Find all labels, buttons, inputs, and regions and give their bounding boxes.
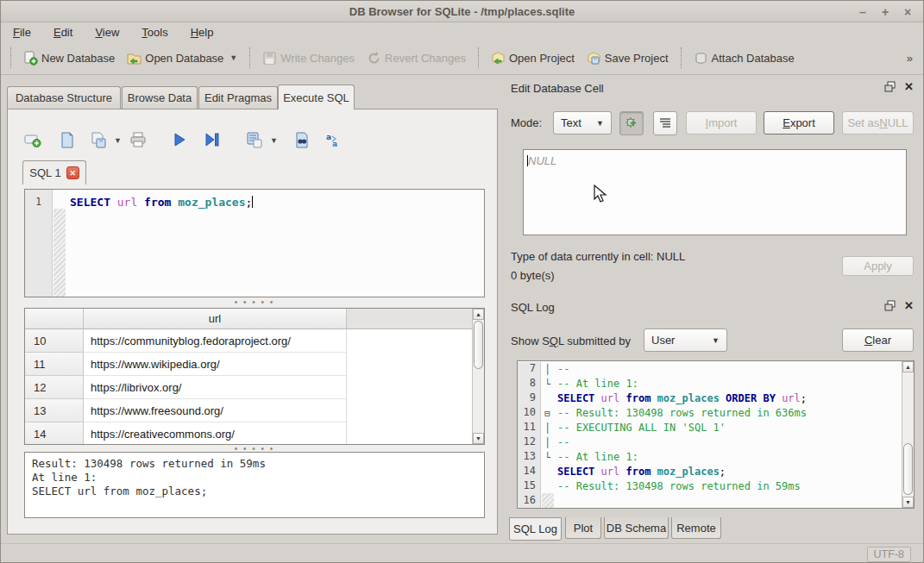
row-number[interactable]: 12 <box>25 376 84 399</box>
export-button[interactable]: Export <box>764 111 834 134</box>
log-code: -- EXECUTING ALL IN 'SQL 1' <box>554 421 726 435</box>
menu-help[interactable]: Help <box>191 26 214 39</box>
save-project-button[interactable]: Save Project <box>581 46 675 70</box>
editor-results-splitter[interactable]: • • • • • <box>24 298 485 305</box>
row-url[interactable]: https://www.freesound.org/ <box>84 399 347 422</box>
float-panel-icon[interactable] <box>884 300 896 311</box>
scroll-up-icon[interactable]: ▲ <box>902 361 914 372</box>
save-results-button[interactable] <box>244 130 263 149</box>
find-button[interactable] <box>292 130 311 149</box>
attach-database-label: Attach Database <box>712 52 795 65</box>
save-sql-file-button[interactable] <box>89 130 108 149</box>
new-database-button[interactable]: New Database <box>17 46 121 70</box>
mode-select[interactable]: Text ▼ <box>553 111 612 134</box>
close-panel-icon[interactable]: ✕ <box>904 80 914 93</box>
log-line-number: 7 <box>518 362 541 377</box>
menu-file[interactable]: File <box>13 26 31 39</box>
table-row[interactable]: 11 https://www.wikipedia.org/ <box>25 353 472 376</box>
results-corner-header[interactable] <box>25 309 84 329</box>
open-sql-tab-button[interactable] <box>23 130 42 149</box>
set-as-null-button[interactable]: Set as NULL <box>842 111 914 134</box>
bottom-tab-plot[interactable]: Plot <box>565 517 601 539</box>
execute-sql-button[interactable] <box>170 130 189 149</box>
row-number[interactable]: 14 <box>25 422 84 445</box>
results-message-splitter[interactable]: • • • • • <box>24 445 485 452</box>
chevron-down-icon: ▼ <box>712 336 720 345</box>
bottom-tab-sql-log[interactable]: SQL Log <box>509 517 562 541</box>
open-project-button[interactable]: Open Project <box>485 46 581 70</box>
table-row[interactable]: 10 https://communityblog.fedoraproject.o… <box>25 329 472 353</box>
sql-log-view[interactable]: 7│-- 8└-- At line 1: 9SELECT url from mo… <box>517 360 915 509</box>
sql-editor[interactable]: 1 SELECT url from moz_places; <box>24 189 485 297</box>
scroll-down-icon[interactable]: ▼ <box>473 433 484 444</box>
window-title: DB Browser for SQLite - /tmp/places.sqli… <box>349 5 575 18</box>
results-scroll-thumb[interactable] <box>474 321 483 369</box>
log-code: -- At line 1: <box>554 377 638 391</box>
save-results-dropdown-icon[interactable]: ▼ <box>270 136 278 145</box>
cell-value-textarea[interactable]: NULL <box>523 149 907 235</box>
toolbar-separator <box>478 47 479 68</box>
bottom-tab-remote[interactable]: Remote <box>671 517 721 539</box>
row-url[interactable]: https://www.wikipedia.org/ <box>84 353 347 376</box>
menu-edit[interactable]: Edit <box>53 26 72 39</box>
open-database-dropdown-icon[interactable]: ▼ <box>229 53 237 62</box>
log-filter-select[interactable]: User ▼ <box>644 328 727 352</box>
log-scrollbar[interactable]: ▲ ▼ <box>902 361 914 508</box>
import-button[interactable]: Import <box>686 111 757 134</box>
open-sql-file-button[interactable] <box>58 130 77 149</box>
table-row[interactable]: 12 https://librivox.org/ <box>25 376 472 399</box>
revert-changes-button[interactable]: Revert Changes <box>361 46 472 70</box>
tab-browse-data[interactable]: Browse Data <box>122 86 198 109</box>
main-toolbar: New Database Open Database ▼ Write Chang… <box>1 41 923 75</box>
results-url-header[interactable]: url <box>84 309 347 329</box>
print-button[interactable] <box>129 130 148 149</box>
scroll-up-icon[interactable]: ▲ <box>473 309 484 320</box>
open-database-button[interactable]: Open Database ▼ <box>121 46 243 70</box>
menu-tools[interactable]: Tools <box>141 26 167 39</box>
row-url[interactable]: https://librivox.org/ <box>84 376 347 399</box>
row-number[interactable]: 11 <box>25 353 84 376</box>
toolbar-overflow-icon[interactable]: » <box>907 52 913 65</box>
menu-view[interactable]: View <box>95 26 119 39</box>
fold-marker-collapse[interactable]: ⊟ <box>541 406 554 421</box>
tab-edit-pragmas[interactable]: Edit Pragmas <box>198 86 278 109</box>
execute-current-line-button[interactable] <box>203 130 222 149</box>
status-line-1: Result: 130498 rows returned in 59ms <box>32 457 477 471</box>
fold-marker <box>541 391 554 406</box>
title-bar[interactable]: DB Browser for SQLite - /tmp/places.sqli… <box>1 1 923 22</box>
row-url[interactable]: https://creativecommons.org/ <box>84 422 347 445</box>
table-row[interactable]: 13 https://www.freesound.org/ <box>25 399 472 422</box>
sql-tab-close-icon[interactable]: ✕ <box>66 166 79 179</box>
float-panel-icon[interactable] <box>884 81 896 92</box>
maximize-button[interactable]: + <box>878 5 892 19</box>
scroll-down-icon[interactable]: ▼ <box>902 497 914 508</box>
tab-database-structure[interactable]: Database Structure <box>7 86 121 109</box>
log-line: 8└-- At line 1: <box>518 377 902 391</box>
clear-log-button[interactable]: Clear <box>842 328 914 352</box>
results-header-filler <box>347 309 472 329</box>
attach-database-button[interactable]: Attach Database <box>688 46 801 70</box>
table-row[interactable]: 14 https://creativecommons.org/ <box>25 422 472 445</box>
results-scrollbar[interactable]: ▲ ▼ <box>472 309 484 444</box>
bottom-tab-db-schema[interactable]: DB Schema <box>604 517 669 539</box>
fold-marker: └ <box>541 377 554 391</box>
row-url[interactable]: https://communityblog.fedoraproject.org/ <box>84 329 347 353</box>
results-table[interactable]: url 10 https://communityblog.fedoraproje… <box>24 308 485 445</box>
auto-apply-toggle[interactable] <box>619 111 644 135</box>
save-dropdown-icon[interactable]: ▼ <box>114 136 122 145</box>
log-scroll-thumb[interactable] <box>903 443 913 495</box>
format-sql-button[interactable]: aa <box>324 130 343 149</box>
word-wrap-button[interactable] <box>653 111 677 135</box>
tab-execute-sql[interactable]: Execute SQL <box>278 84 355 109</box>
sql-document-tab[interactable]: SQL 1 ✕ <box>22 160 86 185</box>
log-line-number: 9 <box>518 391 541 406</box>
apply-button[interactable]: Apply <box>842 256 914 276</box>
minimize-button[interactable]: – <box>856 5 870 19</box>
row-number[interactable]: 10 <box>25 329 84 353</box>
write-changes-button[interactable]: Write Changes <box>256 46 361 70</box>
open-file-icon <box>60 132 75 148</box>
row-number[interactable]: 13 <box>25 399 84 422</box>
close-panel-icon[interactable]: ✕ <box>904 299 914 312</box>
close-button[interactable]: × <box>901 5 915 19</box>
results-header-row: url <box>25 309 472 329</box>
